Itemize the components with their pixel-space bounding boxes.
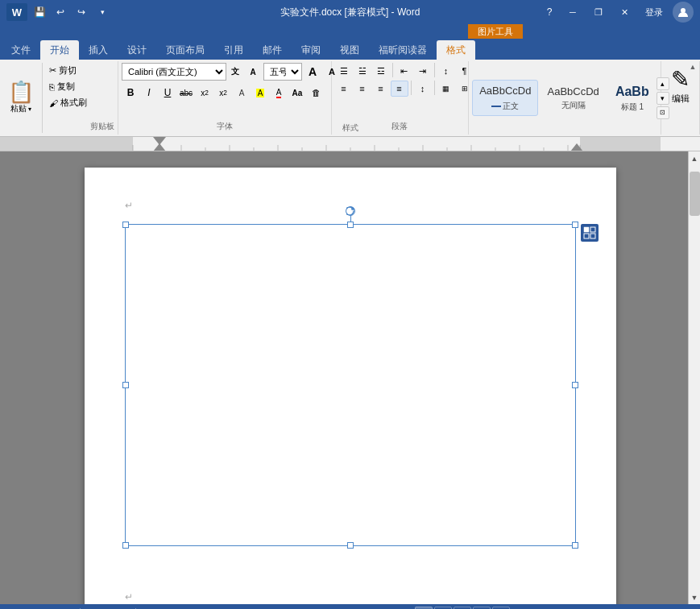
align-right-button[interactable]: ≡ — [372, 81, 390, 97]
style-no-spacing-preview: AaBbCcDd — [547, 85, 599, 99]
para-sep-1 — [392, 63, 393, 77]
handle-bot-right[interactable] — [572, 542, 578, 549]
tab-foxit[interactable]: 福昕阅读器 — [369, 40, 437, 60]
justify-button[interactable]: ≡ — [391, 81, 408, 97]
subscript-button[interactable]: x2 — [196, 84, 213, 102]
tab-references[interactable]: 引用 — [214, 40, 253, 60]
superscript-button[interactable]: x2 — [214, 84, 232, 102]
decrease-indent-button[interactable]: ⇤ — [396, 63, 413, 79]
tab-design[interactable]: 设计 — [118, 40, 156, 60]
handle-mid-right[interactable] — [572, 382, 578, 388]
restore-button[interactable]: ❐ — [587, 1, 610, 23]
line-spacing-button[interactable]: ↕ — [414, 81, 432, 97]
handle-top-left[interactable] — [122, 222, 129, 228]
format-painter-icon: 🖌 — [49, 98, 58, 108]
text-highlight-button[interactable]: A — [251, 84, 269, 102]
word-icon: W — [6, 3, 27, 21]
styles-label: 样式 — [0, 121, 700, 135]
minimize-button[interactable]: ─ — [561, 1, 584, 23]
customize-button[interactable]: ▾ — [93, 3, 111, 21]
format-painter-button[interactable]: 🖌 格式刷 — [46, 95, 90, 110]
style-no-spacing-button[interactable]: AaBbCcDd 无间隔 — [540, 81, 606, 114]
text-effects-button[interactable]: A — [233, 84, 251, 102]
para-sep-4 — [434, 81, 435, 95]
para-row-2: ≡ ≡ ≡ ≡ ↕ ▦ ⊞ — [335, 81, 474, 97]
horizontal-ruler — [0, 137, 700, 151]
strikethrough-button[interactable]: abc — [177, 84, 195, 102]
font-face-row: Calibri (西文正文) 文 A 五号 A A — [122, 63, 341, 81]
layout-options-button[interactable] — [581, 224, 599, 242]
ribbon-collapse-button[interactable]: ▲ — [687, 61, 698, 72]
font-A-btn[interactable]: A — [244, 63, 262, 81]
scroll-track — [689, 165, 700, 590]
align-center-button[interactable]: ≡ — [354, 81, 371, 97]
tab-view[interactable]: 视图 — [330, 40, 369, 60]
title-bar: W 💾 ↩ ↪ ▾ 实验文件.docx [兼容模式] - Word ? ─ ❐ … — [0, 0, 700, 24]
svg-rect-28 — [584, 234, 589, 238]
picture-tools-label: 图片工具 — [468, 24, 523, 39]
handle-bot-center[interactable] — [347, 542, 354, 549]
close-button[interactable]: ✕ — [613, 1, 636, 23]
scroll-thumb[interactable] — [690, 172, 700, 216]
svg-rect-27 — [590, 227, 595, 232]
font-color-button[interactable]: A — [270, 84, 288, 102]
redo-button[interactable]: ↪ — [72, 3, 90, 21]
italic-button[interactable]: I — [140, 84, 158, 102]
ribbon-group-styles: AaBbCcDd 正文 AaBbCcDd 无间隔 AaBb 标题 1 — [469, 61, 661, 135]
handle-bot-left[interactable] — [122, 542, 129, 549]
underline-button[interactable]: U — [159, 84, 176, 102]
save-button[interactable]: 💾 — [31, 3, 48, 21]
help-button[interactable]: ? — [541, 3, 558, 21]
paste-label: 粘贴 ▾ — [10, 103, 31, 114]
tab-file[interactable]: 文件 — [2, 40, 40, 60]
font-aaa-button[interactable]: Aa — [288, 84, 306, 102]
cut-button[interactable]: ✂ 剪切 — [46, 63, 90, 78]
rotate-handle[interactable] — [346, 206, 355, 216]
user-avatar[interactable] — [673, 2, 694, 23]
svg-marker-25 — [352, 207, 354, 209]
font-grow-btn[interactable]: A — [304, 63, 321, 81]
ribbon-tabs: 文件 开始 插入 设计 页面布局 引用 邮件 审阅 视图 福昕阅读器 格式 — [0, 39, 700, 60]
shading-button[interactable]: ▦ — [437, 81, 455, 97]
font-size-select[interactable]: 五号 — [263, 63, 302, 81]
increase-indent-button[interactable]: ⇥ — [414, 63, 432, 79]
scroll-up-button[interactable]: ▲ — [689, 151, 701, 165]
handle-top-center[interactable] — [347, 222, 354, 228]
content-area: ↵ — [0, 137, 700, 604]
ribbon-area: W 💾 ↩ ↪ ▾ 实验文件.docx [兼容模式] - Word ? ─ ❐ … — [0, 0, 700, 137]
multilevel-list-button[interactable]: ☲ — [372, 63, 390, 79]
undo-button[interactable]: ↩ — [52, 3, 69, 21]
tab-insert[interactable]: 插入 — [79, 40, 118, 60]
tab-mailings[interactable]: 邮件 — [253, 40, 292, 60]
style-normal-preview: AaBbCcDd — [479, 84, 531, 98]
handle-mid-left[interactable] — [122, 382, 129, 388]
style-normal-button[interactable]: AaBbCcDd 正文 — [472, 80, 538, 115]
handle-top-right[interactable] — [572, 222, 578, 228]
vertical-scrollbar: ▲ ▼ — [688, 151, 700, 604]
editing-label: 编辑 — [672, 93, 690, 105]
scroll-down-button[interactable]: ▼ — [689, 590, 701, 604]
tab-review[interactable]: 审阅 — [292, 40, 330, 60]
ordered-list-button[interactable]: ☱ — [354, 63, 371, 79]
font-face-select[interactable]: Calibri (西文正文) — [122, 63, 226, 81]
style-heading1-button[interactable]: AaBb 标题 1 — [608, 79, 657, 116]
cut-icon: ✂ — [49, 65, 56, 76]
unordered-list-button[interactable]: ☰ — [335, 63, 353, 79]
align-left-button[interactable]: ≡ — [335, 81, 353, 97]
copy-button[interactable]: ⎘ 复制 — [46, 79, 90, 94]
tab-home[interactable]: 开始 — [40, 40, 79, 60]
svg-rect-2 — [580, 137, 661, 151]
sign-in-button[interactable]: 登录 — [639, 6, 669, 19]
sort-button[interactable]: ↕ — [437, 63, 455, 79]
para-row-1: ☰ ☱ ☲ ⇤ ⇥ ↕ ¶ — [335, 63, 474, 79]
font-wén-btn[interactable]: 文 — [228, 63, 242, 81]
ribbon: 📋 粘贴 ▾ ✂ 剪切 ⎘ 复制 🖌 格式刷 — [0, 60, 700, 137]
page-wrapper[interactable]: ↵ — [0, 151, 700, 604]
tab-picture-format[interactable]: 格式 — [437, 40, 475, 60]
bold-button[interactable]: B — [122, 84, 139, 102]
clear-format-button[interactable]: 🗑 — [307, 84, 325, 102]
svg-rect-26 — [584, 227, 589, 232]
svg-rect-1 — [0, 137, 133, 151]
svg-rect-3 — [133, 137, 580, 151]
tab-page-layout[interactable]: 页面布局 — [156, 40, 214, 60]
